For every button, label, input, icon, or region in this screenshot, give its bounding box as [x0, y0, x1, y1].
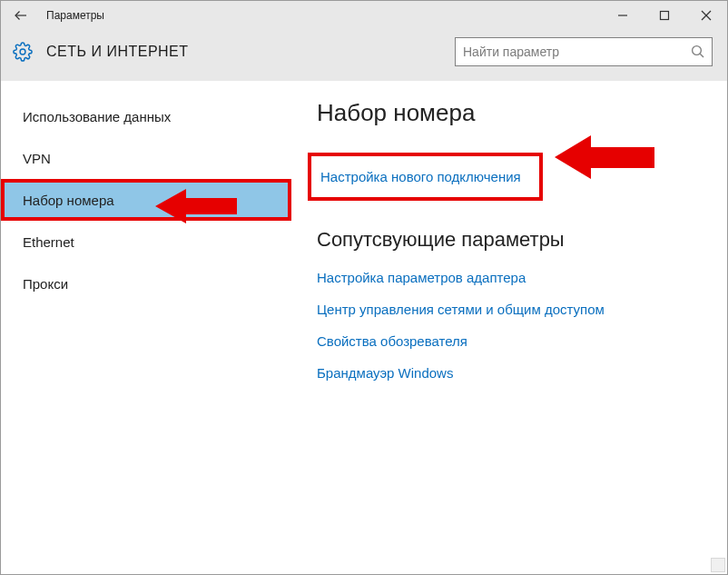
- back-button[interactable]: [1, 1, 41, 30]
- sidebar-item-dialup[interactable]: Набор номера: [1, 179, 291, 221]
- body: Использование данных VPN Набор номера Et…: [1, 81, 727, 574]
- header: СЕТЬ И ИНТЕРНЕТ: [1, 30, 727, 81]
- minimize-button[interactable]: [602, 1, 644, 30]
- sidebar-item-proxy[interactable]: Прокси: [1, 263, 291, 304]
- sidebar-item-label: Ethernet: [23, 234, 74, 250]
- content: Набор номера Настройка нового подключени…: [291, 81, 727, 574]
- close-button[interactable]: [685, 1, 727, 30]
- sidebar-item-label: Прокси: [23, 276, 68, 292]
- link-new-connection[interactable]: Настройка нового подключения: [320, 169, 521, 184]
- sidebar-item-label: Набор номера: [23, 193, 114, 208]
- settings-window: Параметры СЕТЬ И ИНТЕРНЕТ: [0, 0, 728, 575]
- page-heading: СЕТЬ И ИНТЕРНЕТ: [46, 44, 189, 60]
- annotation-arrow-icon: [555, 132, 654, 183]
- window-title: Параметры: [46, 9, 104, 22]
- sidebar-item-ethernet[interactable]: Ethernet: [1, 221, 291, 263]
- svg-point-6: [693, 46, 702, 55]
- svg-point-5: [20, 49, 25, 55]
- related-heading: Сопутсвующие параметры: [317, 228, 705, 252]
- search-icon: [690, 44, 706, 60]
- titlebar: Параметры: [1, 1, 727, 30]
- search-input[interactable]: [456, 38, 712, 65]
- page-title: Набор номера: [317, 99, 705, 127]
- link-internet-options[interactable]: Свойства обозревателя: [317, 333, 705, 349]
- sidebar: Использование данных VPN Набор номера Et…: [1, 81, 291, 574]
- svg-marker-9: [555, 135, 654, 179]
- resize-grip-icon[interactable]: [711, 558, 725, 572]
- annotation-highlight: Настройка нового подключения: [308, 153, 543, 201]
- maximize-button[interactable]: [644, 1, 685, 30]
- svg-rect-2: [661, 12, 669, 20]
- sidebar-item-data-usage[interactable]: Использование данных: [1, 95, 291, 137]
- link-network-sharing-center[interactable]: Центр управления сетями и общим доступом: [317, 302, 705, 317]
- link-windows-firewall[interactable]: Брандмауэр Windows: [317, 365, 705, 381]
- sidebar-item-label: Использование данных: [23, 109, 171, 124]
- svg-line-7: [700, 54, 703, 57]
- sidebar-item-label: VPN: [23, 151, 51, 166]
- search-box[interactable]: [455, 37, 713, 66]
- gear-icon: [12, 41, 34, 63]
- window-controls: [602, 1, 727, 30]
- link-adapter-settings[interactable]: Настройка параметров адаптера: [317, 270, 705, 285]
- sidebar-item-vpn[interactable]: VPN: [1, 137, 291, 179]
